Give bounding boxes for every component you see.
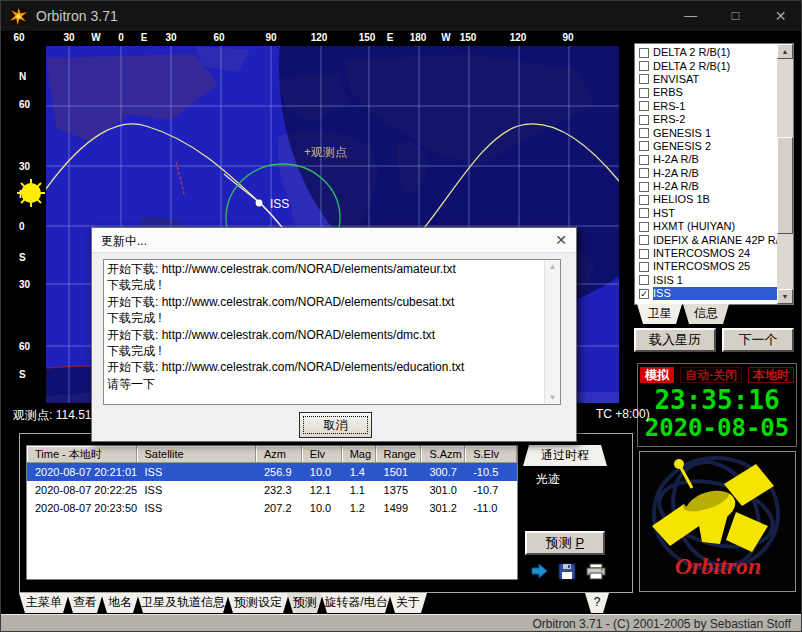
- satellite-checkbox[interactable]: [639, 115, 649, 125]
- dialog-scroll-down-icon[interactable]: ▼: [545, 393, 560, 402]
- satellite-checkbox[interactable]: [639, 249, 649, 259]
- latitude-label: S: [19, 369, 26, 380]
- prediction-table[interactable]: Time - 本地时SatelliteAzmElvMagRangeS.AzmS.…: [26, 445, 518, 580]
- column-header[interactable]: Satellite: [137, 446, 256, 463]
- satellite-list-item[interactable]: ENVISAT: [636, 73, 777, 86]
- column-header[interactable]: Range: [376, 446, 422, 463]
- satellite-checkbox[interactable]: [639, 262, 649, 272]
- satellite-list-item[interactable]: INTERCOSMOS 24: [636, 247, 777, 260]
- table-row[interactable]: 2020-08-07 20:23:50ISS207.210.01.2149930…: [27, 499, 517, 517]
- satellite-list-item[interactable]: GENESIS 2: [636, 140, 777, 153]
- menu-tab-5[interactable]: 预测设定: [227, 593, 289, 613]
- table-cell: 1499: [376, 499, 422, 517]
- predict-button[interactable]: 预测 P: [525, 531, 605, 555]
- satellite-checkbox[interactable]: [639, 128, 649, 138]
- satellite-list-item[interactable]: DELTA 2 R/B(1): [636, 46, 777, 59]
- dialog-scrollbar[interactable]: ▲ ▼: [544, 260, 560, 404]
- observer-coordinates: 观测点: 114.518: [13, 407, 98, 424]
- satellite-listbox[interactable]: DELTA 2 R/B(1)DELTA 2 R/B(1)ENVISATERBSE…: [634, 43, 794, 305]
- satellite-list-item[interactable]: ERS-2: [636, 113, 777, 126]
- satellite-checkbox[interactable]: ✓: [639, 289, 649, 299]
- save-icon[interactable]: [558, 563, 576, 580]
- next-button[interactable]: 下一个: [722, 328, 794, 352]
- menu-tab-4[interactable]: 卫星及轨道信息: [137, 593, 229, 613]
- download-log-box[interactable]: 开始下载: http://www.celestrak.com/NORAD/ele…: [103, 259, 561, 405]
- column-header[interactable]: Azm: [256, 446, 302, 463]
- minimize-button[interactable]: —: [668, 1, 713, 31]
- column-header[interactable]: Time - 本地时: [27, 446, 137, 463]
- table-row[interactable]: 2020-08-07 20:21:01ISS256.910.01.4150130…: [27, 463, 517, 481]
- table-row[interactable]: 2020-08-07 20:22:25ISS232.312.11.1137530…: [27, 481, 517, 499]
- column-header[interactable]: Mag: [342, 446, 376, 463]
- satellite-checkbox[interactable]: [639, 141, 649, 151]
- satellite-list-item[interactable]: DELTA 2 R/B(1): [636, 59, 777, 72]
- satellite-checkbox[interactable]: [639, 74, 649, 84]
- print-icon[interactable]: [586, 563, 606, 580]
- longitude-label: 150: [460, 32, 477, 43]
- auto-off-toggle[interactable]: 自动-关闭: [680, 367, 742, 383]
- logo-wordmark: Orbitron: [675, 553, 762, 579]
- satellite-checkbox[interactable]: [639, 88, 649, 98]
- satellite-checkbox[interactable]: [639, 208, 649, 218]
- satellite-list-item[interactable]: HXMT (HUIYAN): [636, 220, 777, 233]
- satellite-checkbox[interactable]: [639, 61, 649, 71]
- satellite-checkbox[interactable]: [639, 101, 649, 111]
- satellite-list-item[interactable]: KORONAS-FOTON: [636, 300, 777, 302]
- satellite-list-item[interactable]: ISIS 1: [636, 274, 777, 287]
- latitude-axis: N6030N0S3060S: [1, 46, 46, 406]
- satellite-checkbox[interactable]: [639, 195, 649, 205]
- satellite-panel-tab[interactable]: 信息: [683, 304, 729, 324]
- satellite-list-item[interactable]: ERS-1: [636, 100, 777, 113]
- scroll-down-button[interactable]: ▼: [777, 289, 793, 304]
- maximize-button[interactable]: □: [713, 1, 758, 31]
- simulation-toggle[interactable]: 模拟: [640, 367, 674, 383]
- menu-tab-8[interactable]: 关于: [389, 593, 427, 613]
- satellite-checkbox[interactable]: [639, 48, 649, 58]
- satellite-list-item[interactable]: ERBS: [636, 86, 777, 99]
- tab-light-trace[interactable]: 光迹: [536, 471, 560, 488]
- satellite-checkbox[interactable]: [639, 275, 649, 285]
- observer-marker-label: +观测点: [304, 145, 347, 159]
- satellite-panel-tab[interactable]: 卫星: [637, 304, 682, 324]
- menu-tab-2[interactable]: 查看: [67, 593, 103, 613]
- close-button[interactable]: ✕: [758, 1, 802, 31]
- scroll-thumb[interactable]: [777, 137, 793, 234]
- load-tle-button[interactable]: 载入星历: [634, 328, 716, 352]
- table-cell: ISS: [137, 499, 256, 517]
- satellite-list-item[interactable]: H-2A R/B: [636, 153, 777, 166]
- satellite-checkbox[interactable]: [639, 222, 649, 232]
- satellite-list-item[interactable]: HELIOS 1B: [636, 193, 777, 206]
- menu-tab-6[interactable]: 预测: [287, 593, 323, 613]
- table-cell: -11.0: [465, 499, 517, 517]
- column-header[interactable]: S.Elv: [465, 446, 517, 463]
- column-header[interactable]: S.Azm: [421, 446, 465, 463]
- satellite-list-item[interactable]: H-2A R/B: [636, 180, 777, 193]
- dialog-close-icon[interactable]: ✕: [555, 232, 567, 248]
- satellite-list-item[interactable]: IDEFIX & ARIANE 42P R/: [636, 233, 777, 246]
- satellite-list-item[interactable]: HST: [636, 207, 777, 220]
- satellite-checkbox[interactable]: [639, 235, 649, 245]
- satellite-list-item[interactable]: H-2A R/B: [636, 167, 777, 180]
- window-controls: — □ ✕: [668, 1, 802, 31]
- satellite-list-scrollbar[interactable]: ▲ ▼: [777, 44, 793, 304]
- menu-tab-7[interactable]: 旋转器/电台: [321, 593, 391, 613]
- satellite-list-item[interactable]: INTERCOSMOS 25: [636, 260, 777, 273]
- window-title: Orbitron 3.71: [36, 8, 118, 24]
- cancel-button[interactable]: 取消: [299, 412, 372, 438]
- title-bar: Orbitron 3.71 — □ ✕: [1, 1, 802, 31]
- menu-tab-1[interactable]: 主菜单: [19, 593, 69, 613]
- help-tab[interactable]: ?: [585, 593, 609, 613]
- local-time-toggle[interactable]: 本地时: [748, 367, 794, 383]
- satellite-checkbox[interactable]: [639, 182, 649, 192]
- menu-tab-3[interactable]: 地名: [101, 593, 139, 613]
- column-header[interactable]: Elv: [302, 446, 342, 463]
- satellite-list-item[interactable]: ✓ISS: [636, 287, 777, 300]
- satellite-checkbox[interactable]: [639, 168, 649, 178]
- tab-pass-schedule[interactable]: 通过时程: [523, 445, 607, 466]
- satellite-name: H-2A R/B: [653, 180, 777, 193]
- goto-pass-arrow-icon[interactable]: [530, 563, 548, 579]
- scroll-up-button[interactable]: ▲: [777, 44, 793, 59]
- dialog-scroll-up-icon[interactable]: ▲: [545, 262, 560, 271]
- satellite-list-item[interactable]: GENESIS 1: [636, 126, 777, 139]
- satellite-checkbox[interactable]: [639, 155, 649, 165]
